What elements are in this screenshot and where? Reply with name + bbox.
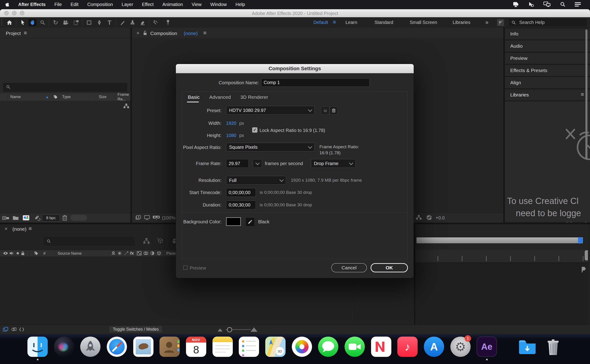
transfer-controls-icon[interactable] [11,327,17,332]
dock-trash[interactable] [543,337,563,357]
hand-tool[interactable] [29,19,36,26]
pen-tool[interactable] [95,19,103,26]
apple-menu[interactable] [0,0,14,9]
motion-blur-icon[interactable] [124,251,129,256]
tab-3d-renderer[interactable]: 3D Renderer [240,94,268,100]
dock-messages[interactable] [318,337,338,357]
zoom-out-mountain-icon[interactable] [218,329,223,332]
close-comp-tab-icon[interactable]: × [136,30,139,36]
dock-photos[interactable] [292,337,312,357]
sidebar-panel-info[interactable]: Info [505,28,590,39]
drop-frame-dropdown[interactable]: Drop Frame [311,159,356,168]
sidebar-panel-effects-presets[interactable]: Effects & Presets [505,65,590,76]
interpret-footage-icon[interactable] [2,215,10,221]
workspace-default-menu-icon[interactable]: ≡ [333,19,336,25]
dock-downloads[interactable] [517,337,537,357]
preserve-transparency-icon[interactable] [150,251,154,255]
dock-facetime[interactable] [345,337,365,357]
type-tool[interactable]: T [106,19,113,26]
dock-appstore[interactable]: A [424,337,444,357]
new-folder-icon[interactable] [13,215,19,221]
eraser-tool[interactable] [139,19,146,26]
render-engine-icon[interactable] [34,215,40,221]
solo-icon[interactable] [16,252,19,255]
pixel-aspect-ratio-dropdown[interactable]: Square Pixels [226,143,315,151]
tab-advanced[interactable]: Advanced [209,94,231,100]
new-composition-icon[interactable] [23,215,29,221]
resolution-dropdown[interactable]: Full [226,176,286,185]
dock-system-preferences[interactable]: ⚙ 1 [450,337,471,357]
dock-finder[interactable] [27,337,48,357]
timeline-tracks[interactable] [415,263,588,325]
column-type[interactable]: Type [60,95,96,99]
menu-help[interactable]: Help [231,0,249,9]
camera-tool[interactable] [62,19,70,26]
audio-icon[interactable] [9,251,14,255]
dock-calendar[interactable]: NOV 8 [186,337,206,357]
project-footer-slider[interactable] [71,214,87,221]
displays-icon[interactable] [544,2,551,7]
toolbar-drag-handle[interactable] [1,19,3,26]
column-source-name[interactable]: Source Name [58,251,82,256]
dock-siri[interactable] [54,337,74,357]
zoom-in-mountain-icon[interactable] [251,327,258,332]
save-preset-button[interactable] [321,106,329,115]
dock-news[interactable] [371,337,391,357]
fx-switch-icon[interactable]: fx [130,251,134,256]
shy-switch-icon[interactable] [111,251,116,256]
width-value[interactable]: 1920 [226,121,237,126]
menu-window[interactable]: Window [206,0,231,9]
lock-aspect-checkbox[interactable]: ✓ [252,127,258,133]
lock-aspect-label[interactable]: Lock Aspect Ratio to 16:9 (1.78) [259,128,325,133]
selection-tool[interactable] [19,19,27,26]
lock-icon[interactable] [21,251,25,255]
start-timecode-input[interactable] [226,188,256,197]
home-tool[interactable] [6,19,13,26]
column-label-icon[interactable] [52,95,59,99]
comp-panel-tab[interactable]: Composition [150,31,177,36]
dock-reminders[interactable] [239,337,259,357]
height-value[interactable]: 1080 [226,133,237,138]
search-help-input[interactable] [519,20,575,25]
menu-view[interactable]: View [187,0,206,9]
frame-rate-dropdown-button[interactable] [253,159,262,168]
time-navigator-handle[interactable] [585,250,588,260]
sidebar-scrollbar[interactable] [585,29,587,159]
workspace-tab-small-screen[interactable]: Small Screen [410,20,437,25]
menu-animation[interactable]: Animation [158,0,187,9]
rotation-tool[interactable]: ↻ [52,19,60,26]
dock-contacts[interactable] [159,337,180,357]
menu-layer[interactable]: Layer [117,0,138,9]
display-mode-icon[interactable] [144,215,150,220]
workspace-tab-default[interactable]: Default [313,20,328,25]
dock-notes[interactable] [212,337,233,357]
close-timeline-tab-icon[interactable]: × [5,226,8,232]
trash-icon[interactable] [62,215,67,221]
menu-file[interactable]: File [50,0,66,9]
column-size[interactable]: Size [96,95,115,99]
libraries-menu-icon[interactable]: ≡ [581,92,584,97]
menu-effect[interactable]: Effect [138,0,158,9]
always-preview-icon[interactable] [135,215,141,220]
workspace-settings-button[interactable] [497,19,504,26]
frame-blend-icon[interactable] [118,251,122,255]
project-flowchart-icon[interactable] [123,103,129,109]
label-column-icon[interactable] [34,251,39,256]
preset-dropdown[interactable]: HDTV 1080 29.97 [226,106,315,115]
comp-exposure-value[interactable]: +0.0 [436,215,444,221]
timeline-tab[interactable]: (none) [13,226,27,232]
work-area-bar[interactable] [416,237,583,244]
cancel-button[interactable]: Cancel [331,263,367,272]
film-switch-icon[interactable] [137,251,141,255]
comp-zoom-level[interactable]: (100%) [162,215,177,221]
workspace-tab-learn[interactable]: Learn [345,20,357,25]
blend-mode-icon[interactable] [143,251,148,255]
cube-3d-icon[interactable] [157,251,161,256]
eyedropper-button[interactable] [245,217,255,227]
column-layer-number[interactable]: # [43,251,45,256]
sidebar-panel-preview[interactable]: Preview [505,52,590,64]
delete-preset-button[interactable] [330,106,338,115]
remote-cursor-icon[interactable] [528,2,534,7]
frame-rate-input[interactable] [226,159,249,168]
dock-after-effects[interactable]: Ae [477,337,497,357]
